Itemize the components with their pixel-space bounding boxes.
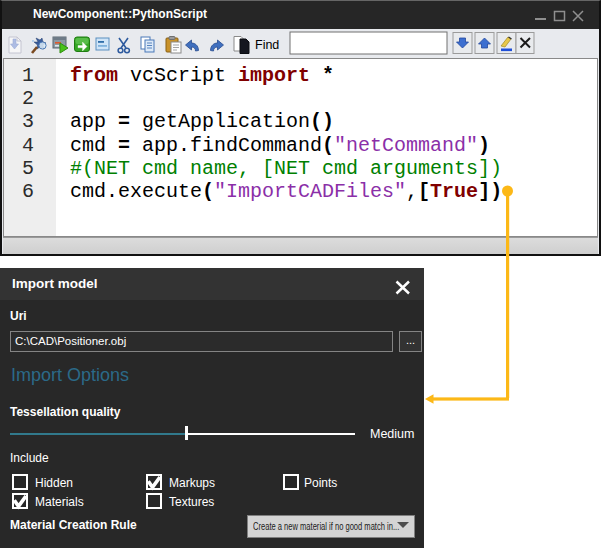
svg-text:Find: Find <box>255 38 279 52</box>
